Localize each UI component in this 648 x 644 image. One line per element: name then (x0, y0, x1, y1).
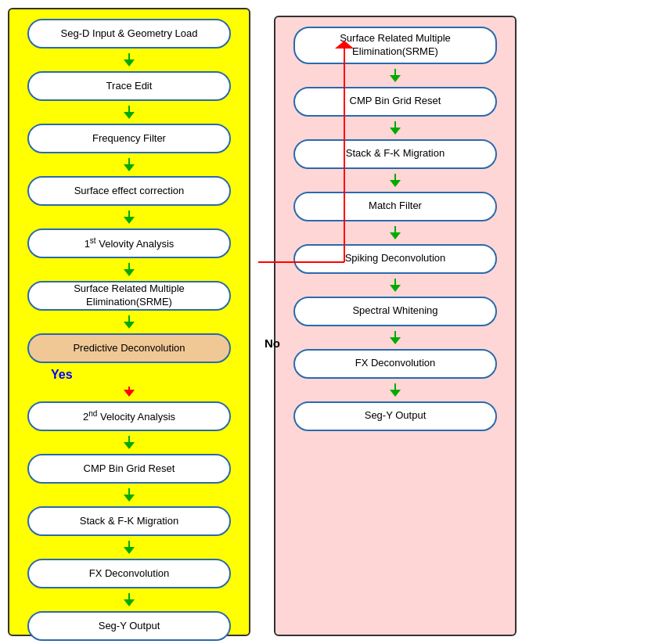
box-spiking-deconv: Spiking Deconvolution (293, 244, 497, 274)
line9 (128, 488, 130, 495)
yes-label: Yes (51, 368, 73, 382)
box-stack-fk-left: Stack & F-K Migration (27, 506, 231, 536)
line-r5 (394, 279, 396, 285)
conn6 (27, 315, 231, 329)
box-fx-deconv-left: FX Deconvolution (27, 559, 231, 588)
conn7 (27, 387, 231, 397)
line10 (128, 541, 130, 547)
line4 (128, 210, 130, 217)
box-velocity-2: 2nd Velocity Analysis (27, 401, 231, 431)
line5 (128, 263, 130, 269)
box-trace-edit: Trace Edit (27, 71, 231, 101)
conn1 (27, 53, 231, 67)
conn2 (27, 106, 231, 119)
conn-r5 (293, 279, 497, 292)
conn8 (27, 436, 231, 449)
arrow-r1 (390, 75, 401, 82)
line-r6 (394, 331, 396, 337)
conn3 (27, 158, 231, 171)
arrow6 (124, 322, 135, 329)
arrow9 (124, 495, 135, 502)
box-velocity-1: 1st Velovity Analysis (27, 228, 231, 258)
arrow-r3 (390, 180, 401, 187)
line8 (128, 436, 130, 442)
conn10 (27, 541, 231, 554)
arrow-r6 (390, 337, 401, 344)
box-match-filter: Match Filter (293, 192, 497, 221)
arrow11 (124, 599, 135, 606)
arrow3 (124, 164, 135, 171)
line11 (128, 593, 130, 599)
line-r3 (394, 174, 396, 180)
arrow7 (124, 390, 135, 397)
line3 (128, 158, 130, 164)
box-srme-right: Surface Related Multiple Elimination(SRM… (293, 27, 497, 64)
box-frequency-filter: Frequency Filter (27, 124, 231, 153)
box-spectral-whitening: Spectral Whitening (293, 297, 497, 326)
arrow10 (124, 547, 135, 554)
conn-r7 (293, 383, 497, 397)
arrow5 (124, 269, 135, 276)
box-cmp-bin-left: CMP Bin Grid Reset (27, 454, 231, 484)
no-label: No (265, 336, 280, 350)
box-srme-left: Surface Related Multiple Elimination(SRM… (27, 281, 231, 311)
conn-r4 (293, 226, 497, 239)
line-r7 (394, 383, 396, 390)
arrow4 (124, 217, 135, 224)
arrow-r2 (390, 128, 401, 135)
arrow1 (124, 59, 135, 67)
line1 (128, 53, 130, 59)
right-flowchart: Surface Related Multiple Elimination(SRM… (274, 16, 517, 636)
conn-r3 (293, 174, 497, 187)
conn-r2 (293, 121, 497, 135)
conn-r1 (293, 69, 497, 82)
line6 (128, 315, 130, 322)
box-cmp-bin-right: CMP Bin Grid Reset (293, 87, 497, 117)
box-seg-y-right: Seg-Y Output (293, 401, 497, 431)
line-r1 (394, 69, 396, 75)
box-seg-y-left: Seg-Y Output (27, 611, 231, 641)
line-r2 (394, 121, 396, 128)
line2 (128, 106, 130, 112)
left-flowchart: Seg-D Input & Geometry Load Trace Edit F… (8, 8, 250, 636)
line-r4 (394, 226, 396, 232)
conn9 (27, 488, 231, 502)
arrow-r7 (390, 390, 401, 397)
arrow8 (124, 442, 135, 449)
box-seg-d-input: Seg-D Input & Geometry Load (27, 19, 231, 49)
arrow-r5 (390, 285, 401, 292)
arrow2 (124, 112, 135, 119)
main-container: Seg-D Input & Geometry Load Trace Edit F… (0, 0, 648, 644)
conn4 (27, 210, 231, 224)
box-surface-effect: Surface effect correction (27, 176, 231, 206)
box-stack-fk-right: Stack & F-K Migration (293, 139, 497, 169)
conn11 (27, 593, 231, 606)
arrow-r4 (390, 232, 401, 239)
conn-r6 (293, 331, 497, 344)
conn5 (27, 263, 231, 276)
box-fx-deconv-right: FX Deconvolution (293, 349, 497, 379)
box-predictive-deconv: Predictive Deconvolution (27, 333, 231, 363)
